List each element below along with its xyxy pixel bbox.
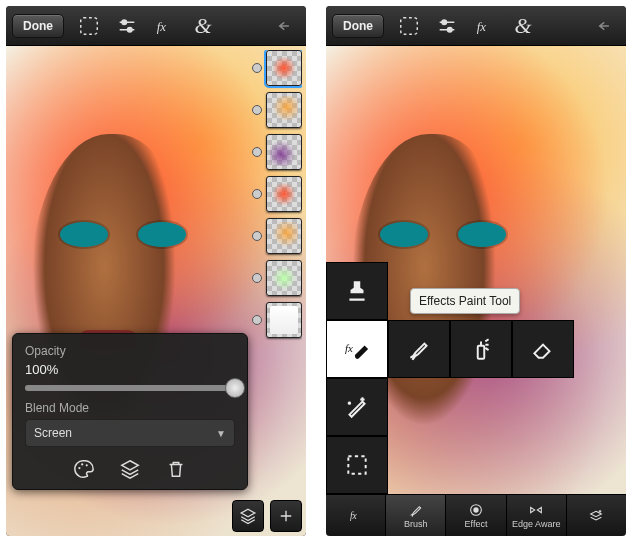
layer-thumbnail[interactable] xyxy=(266,92,302,128)
merge-layers-icon[interactable] xyxy=(118,457,142,481)
effect-tab[interactable]: Effect xyxy=(446,495,506,536)
opacity-slider[interactable] xyxy=(25,385,235,391)
chevron-down-icon: ▼ xyxy=(216,428,226,439)
opacity-label: Opacity xyxy=(25,344,235,358)
layer-thumbnail[interactable] xyxy=(266,134,302,170)
layer-visibility-toggle[interactable] xyxy=(252,147,262,157)
tab-label: Edge Aware xyxy=(512,519,560,529)
blend-mode-label: Blend Mode xyxy=(25,401,235,415)
layer-visibility-toggle[interactable] xyxy=(252,231,262,241)
screenshot-left: Done & Opacity 100% xyxy=(6,6,306,536)
top-toolbar: Done & xyxy=(326,6,626,46)
stamp-tool[interactable] xyxy=(326,262,388,320)
layer-thumbnail[interactable] xyxy=(266,218,302,254)
magic-wand-tool[interactable] xyxy=(326,378,388,436)
tab-label: Brush xyxy=(404,519,428,529)
layer-thumbnail[interactable] xyxy=(266,260,302,296)
layer-visibility-toggle[interactable] xyxy=(252,189,262,199)
undo-icon[interactable] xyxy=(274,13,300,39)
layers-panel xyxy=(252,50,302,492)
bottom-toolbar: Brush Effect Edge Aware xyxy=(326,494,626,536)
layer-thumbnail[interactable] xyxy=(266,176,302,212)
opacity-value: 100% xyxy=(25,362,235,377)
fx-icon[interactable] xyxy=(152,13,178,39)
selection-icon[interactable] xyxy=(76,13,102,39)
tool-picker xyxy=(326,262,574,494)
palette-icon[interactable] xyxy=(72,457,96,481)
fx-brush-tool[interactable] xyxy=(326,320,388,378)
selection-icon[interactable] xyxy=(396,13,422,39)
edge-aware-tab[interactable]: Edge Aware xyxy=(507,495,567,536)
layers-add-tab[interactable] xyxy=(567,495,626,536)
layer-visibility-toggle[interactable] xyxy=(252,315,262,325)
adjust-icon[interactable] xyxy=(434,13,460,39)
layer-visibility-toggle[interactable] xyxy=(252,63,262,73)
adjust-icon[interactable] xyxy=(114,13,140,39)
add-layer-button[interactable] xyxy=(270,500,302,532)
fx-icon[interactable] xyxy=(472,13,498,39)
layer-visibility-toggle[interactable] xyxy=(252,105,262,115)
marquee-tool[interactable] xyxy=(326,436,388,494)
layer-options-panel: Opacity 100% Blend Mode Screen ▼ xyxy=(12,333,248,490)
ampersand-icon[interactable]: & xyxy=(190,13,216,39)
undo-icon[interactable] xyxy=(594,13,620,39)
layer-thumbnail[interactable] xyxy=(266,302,302,338)
layer-thumbnail[interactable] xyxy=(266,50,302,86)
spray-tool[interactable] xyxy=(450,320,512,378)
blend-mode-dropdown[interactable]: Screen ▼ xyxy=(25,419,235,447)
ampersand-icon[interactable]: & xyxy=(510,13,536,39)
blend-mode-value: Screen xyxy=(34,426,72,440)
done-button[interactable]: Done xyxy=(12,14,64,38)
screenshot-right: Done & Effects Paint Tool xyxy=(326,6,626,536)
trash-icon[interactable] xyxy=(164,457,188,481)
done-button[interactable]: Done xyxy=(332,14,384,38)
tab-label: Effect xyxy=(465,519,488,529)
layer-visibility-toggle[interactable] xyxy=(252,273,262,283)
fx-tab[interactable] xyxy=(326,495,386,536)
paint-brush-tool[interactable] xyxy=(388,320,450,378)
brush-tab[interactable]: Brush xyxy=(386,495,446,536)
top-toolbar: Done & xyxy=(6,6,306,46)
slider-knob[interactable] xyxy=(225,378,245,398)
layers-toggle-button[interactable] xyxy=(232,500,264,532)
eraser-tool[interactable] xyxy=(512,320,574,378)
